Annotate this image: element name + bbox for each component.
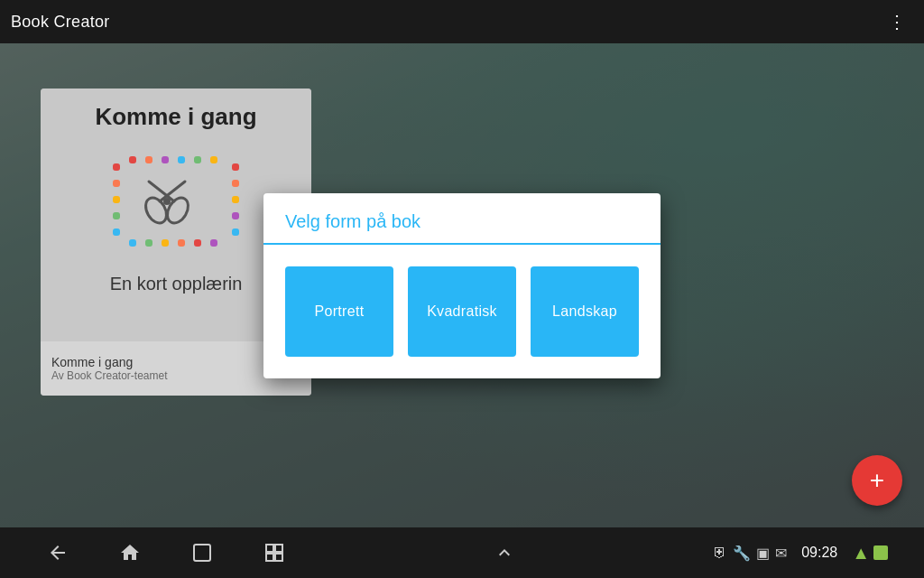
app-title: Book Creator (11, 13, 110, 32)
nav-bar: ⛨ 🔧 ▣ ✉ 09:28 ▲ (0, 527, 924, 578)
svg-rect-29 (275, 545, 282, 552)
dialog-body: Portrett Kvadratisk Landskap (263, 245, 661, 378)
svg-rect-27 (194, 545, 210, 561)
svg-rect-30 (266, 554, 273, 561)
book-format-dialog: Velg form på bok Portrett Kvadratisk Lan… (263, 193, 661, 378)
portrait-button[interactable]: Portrett (285, 266, 393, 357)
back-button[interactable] (36, 531, 79, 574)
dialog-title: Velg form på bok (285, 211, 639, 243)
mail-icon: ✉ (775, 545, 787, 562)
square-button[interactable]: Kvadratisk (408, 266, 516, 357)
dialog-overlay: Velg form på bok Portrett Kvadratisk Lan… (0, 43, 924, 527)
main-content: Komme i gang (0, 43, 924, 527)
chevron-up-button[interactable] (483, 531, 526, 574)
dialog-header: Velg form på bok (263, 193, 661, 245)
time-display: 09:28 (801, 545, 837, 561)
home-button[interactable] (108, 531, 152, 574)
status-bar: Book Creator ⋮ (0, 0, 924, 43)
header-menu-icon[interactable]: ⋮ (881, 7, 913, 36)
recents-button[interactable] (180, 531, 224, 574)
settings-icon: 🔧 (733, 545, 751, 562)
wifi-icon: ▲ (852, 543, 870, 564)
status-icons: ⛨ 🔧 ▣ ✉ (713, 545, 787, 562)
nav-center (483, 531, 526, 574)
landscape-button[interactable]: Landskap (531, 266, 639, 357)
svg-rect-28 (266, 545, 273, 552)
sim-icon: ▣ (756, 545, 770, 562)
nav-right: ⛨ 🔧 ▣ ✉ 09:28 ▲ (713, 543, 888, 564)
battery-icon (873, 545, 888, 560)
svg-rect-31 (275, 554, 282, 561)
grid-button[interactable] (253, 531, 296, 574)
shield-icon: ⛨ (713, 545, 727, 561)
